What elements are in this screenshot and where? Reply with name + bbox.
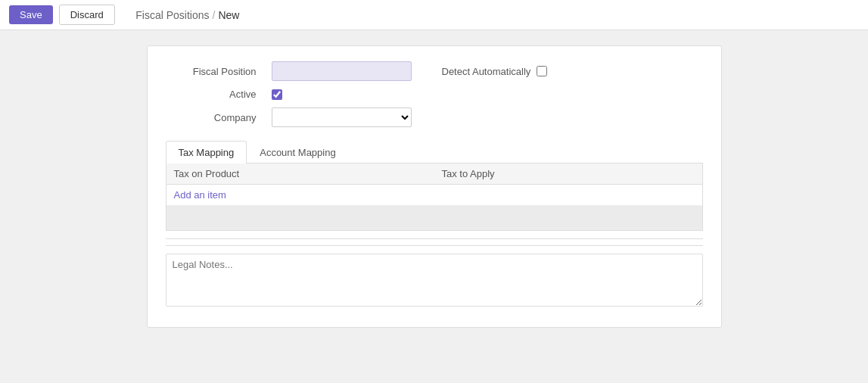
legal-notes-section <box>166 254 703 309</box>
tab-content-tax-mapping: Tax on Product Tax to Apply Add an item <box>166 163 703 231</box>
tab-account-mapping[interactable]: Account Mapping <box>247 141 348 163</box>
add-item-row: Add an item <box>166 185 702 206</box>
fiscal-position-label: Fiscal Position <box>166 66 264 77</box>
company-row: Company <box>166 107 703 127</box>
content-area: Fiscal Position Detect Automatically Act… <box>0 30 868 343</box>
breadcrumb: Fiscal Positions / New <box>121 9 859 21</box>
col-header-tax-on-product: Tax on Product <box>166 163 434 184</box>
table-header: Tax on Product Tax to Apply <box>166 163 702 185</box>
active-label: Active <box>166 89 264 100</box>
col-header-tax-to-apply: Tax to Apply <box>434 163 702 184</box>
divider-section <box>166 238 703 246</box>
table-empty-row <box>166 206 702 230</box>
active-checkbox[interactable] <box>272 89 282 100</box>
fiscal-position-input[interactable] <box>272 61 412 81</box>
tab-tax-mapping[interactable]: Tax Mapping <box>166 141 247 163</box>
detect-automatically-section: Detect Automatically <box>442 66 548 77</box>
top-bar: Save Discard Fiscal Positions / New <box>0 0 868 30</box>
form-card: Fiscal Position Detect Automatically Act… <box>147 45 722 328</box>
fiscal-position-row: Fiscal Position Detect Automatically <box>166 61 703 81</box>
tabs-section: Tax Mapping Account Mapping Tax on Produ… <box>166 141 703 231</box>
company-label: Company <box>166 112 264 123</box>
save-button[interactable]: Save <box>9 5 53 24</box>
add-item-link[interactable]: Add an item <box>174 189 226 201</box>
detect-automatically-label: Detect Automatically <box>442 66 531 77</box>
detect-automatically-checkbox[interactable] <box>537 66 547 76</box>
breadcrumb-parent[interactable]: Fiscal Positions <box>135 9 209 21</box>
discard-button[interactable]: Discard <box>59 5 115 25</box>
breadcrumb-current: New <box>218 9 239 21</box>
company-select[interactable] <box>272 107 412 127</box>
tabs-nav: Tax Mapping Account Mapping <box>166 141 703 163</box>
legal-notes-textarea[interactable] <box>166 254 703 307</box>
active-row: Active <box>166 89 703 100</box>
breadcrumb-separator: / <box>213 9 216 21</box>
